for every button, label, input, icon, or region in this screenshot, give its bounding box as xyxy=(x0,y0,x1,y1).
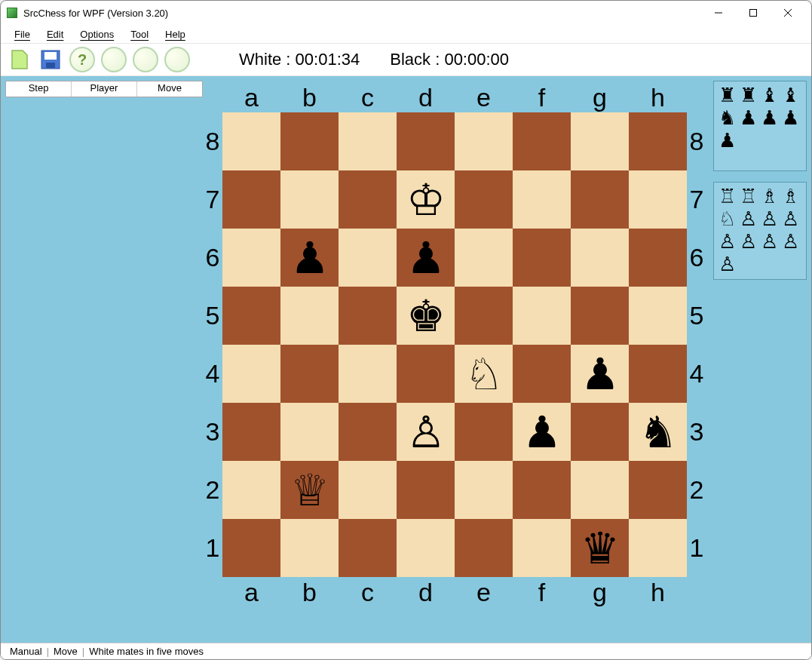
square-c1[interactable] xyxy=(339,519,397,577)
square-g3[interactable] xyxy=(571,403,629,461)
menu-edit[interactable]: Edit xyxy=(39,27,71,41)
menu-options[interactable]: Options xyxy=(72,27,121,41)
square-f5[interactable] xyxy=(513,287,571,345)
square-f7[interactable] xyxy=(513,170,571,229)
square-b8[interactable] xyxy=(280,112,339,170)
square-b5[interactable] xyxy=(280,287,339,345)
circle-button-3[interactable] xyxy=(162,45,192,74)
square-h7[interactable] xyxy=(629,170,687,229)
rank-label-1: 1 xyxy=(687,519,706,577)
square-c8[interactable] xyxy=(339,112,397,170)
square-h4[interactable] xyxy=(629,345,687,403)
file-labels-bottom: abcdefgh xyxy=(222,577,702,607)
square-g4[interactable]: ♟ xyxy=(571,345,629,403)
square-h3[interactable]: ♞ xyxy=(629,403,687,461)
square-c3[interactable] xyxy=(339,403,397,461)
rank-labels-left: 87654321 xyxy=(203,112,222,577)
square-h8[interactable] xyxy=(629,112,687,170)
square-h1[interactable] xyxy=(629,519,687,577)
rank-label-5: 5 xyxy=(687,287,706,345)
svg-rect-1 xyxy=(750,10,757,17)
menu-tool[interactable]: Tool xyxy=(123,27,156,41)
file-label-a: a xyxy=(222,578,280,607)
square-f6[interactable] xyxy=(513,229,571,287)
square-g8[interactable] xyxy=(571,112,629,170)
square-h5[interactable] xyxy=(629,287,687,345)
square-a8[interactable] xyxy=(222,112,280,170)
minimize-button[interactable] xyxy=(701,2,736,24)
square-f3[interactable]: ♟ xyxy=(513,403,571,461)
square-b1[interactable] xyxy=(280,519,339,577)
square-e7[interactable] xyxy=(455,170,513,229)
close-button[interactable] xyxy=(771,2,805,24)
square-a2[interactable] xyxy=(222,461,280,519)
new-file-button[interactable] xyxy=(4,45,34,74)
square-b3[interactable] xyxy=(280,403,339,461)
square-g1[interactable]: ♛ xyxy=(571,519,629,577)
circle-button-2[interactable] xyxy=(130,45,161,74)
square-h2[interactable] xyxy=(629,461,687,519)
square-c2[interactable] xyxy=(339,461,397,519)
square-d3[interactable]: ♙ xyxy=(397,403,455,461)
square-h6[interactable] xyxy=(629,229,687,287)
square-a3[interactable] xyxy=(222,403,280,461)
square-g2[interactable] xyxy=(571,461,629,519)
square-d8[interactable] xyxy=(397,112,455,170)
status-message: White mates in five moves xyxy=(84,646,208,657)
square-d7[interactable]: ♔ xyxy=(397,170,455,229)
captured-black-piece-2: ♝ xyxy=(758,84,780,106)
help-button[interactable]: ? xyxy=(67,45,97,74)
file-label-d: d xyxy=(397,83,455,112)
square-b6[interactable]: ♟ xyxy=(280,229,339,287)
square-d4[interactable] xyxy=(397,345,455,403)
square-d1[interactable] xyxy=(397,519,455,577)
square-e3[interactable] xyxy=(455,403,513,461)
square-g7[interactable] xyxy=(571,170,629,229)
col-move: Move xyxy=(137,81,202,97)
square-a6[interactable] xyxy=(222,229,280,287)
square-e4[interactable]: ♘ xyxy=(455,345,513,403)
chess-board[interactable]: ♔♟♟♚♘♟♙♟♞♕♛ xyxy=(222,112,687,577)
circle-button-1[interactable] xyxy=(99,45,129,74)
file-label-a: a xyxy=(222,83,280,112)
square-d6[interactable]: ♟ xyxy=(397,229,455,287)
square-f1[interactable] xyxy=(513,519,571,577)
menu-file[interactable]: File xyxy=(7,27,38,41)
square-a4[interactable] xyxy=(222,345,280,403)
square-c7[interactable] xyxy=(339,170,397,229)
square-e6[interactable] xyxy=(455,229,513,287)
maximize-button[interactable] xyxy=(736,2,771,24)
square-b4[interactable] xyxy=(280,345,339,403)
captured-white-piece-2: ♗ xyxy=(758,185,780,207)
square-a5[interactable] xyxy=(222,287,280,345)
move-list-header[interactable]: Step Player Move xyxy=(5,81,203,97)
square-g6[interactable] xyxy=(571,229,629,287)
square-a7[interactable] xyxy=(222,170,280,229)
rank-label-8: 8 xyxy=(687,112,706,170)
svg-rect-6 xyxy=(46,63,55,68)
captured-black-piece-4: ♞ xyxy=(716,106,737,129)
square-b7[interactable] xyxy=(280,170,339,229)
square-e8[interactable] xyxy=(455,112,513,170)
square-d5[interactable]: ♚ xyxy=(397,287,455,345)
rank-label-6: 6 xyxy=(203,229,222,287)
square-f8[interactable] xyxy=(513,112,571,170)
menu-help[interactable]: Help xyxy=(158,27,193,41)
square-f2[interactable] xyxy=(513,461,571,519)
square-d2[interactable] xyxy=(397,461,455,519)
square-c5[interactable] xyxy=(339,287,397,345)
file-label-c: c xyxy=(339,83,397,112)
rank-labels-right: 87654321 xyxy=(687,112,706,577)
square-e1[interactable] xyxy=(455,519,513,577)
square-c4[interactable] xyxy=(339,345,397,403)
save-button[interactable] xyxy=(35,45,66,74)
captured-black-piece-6: ♟ xyxy=(758,106,780,129)
square-b2[interactable]: ♕ xyxy=(280,461,339,519)
square-a1[interactable] xyxy=(222,519,280,577)
square-c6[interactable] xyxy=(339,229,397,287)
svg-rect-5 xyxy=(44,52,57,60)
square-g5[interactable] xyxy=(571,287,629,345)
square-e2[interactable] xyxy=(455,461,513,519)
square-e5[interactable] xyxy=(455,287,513,345)
square-f4[interactable] xyxy=(513,345,571,403)
